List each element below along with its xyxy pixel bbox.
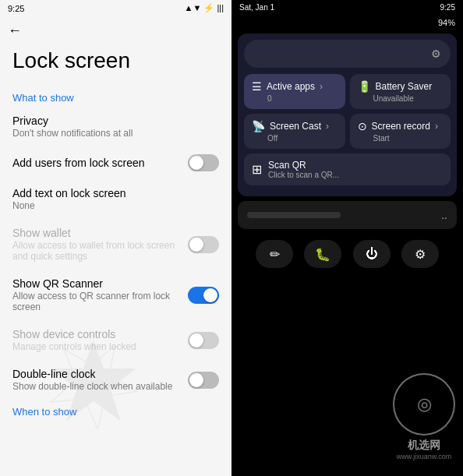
setting-show-wallet-text: Show wallet Allow access to wallet from … [12,227,180,262]
watermark-right: ◎ 机选网 www.jixuanw.com [393,373,455,460]
tile-battery-saver-title: Battery Saver [376,81,433,92]
toggle-show-qr[interactable] [188,287,219,304]
tile-active-apps-arrow: › [320,81,323,92]
scan-qr-text: Scan QR Click to scan a QR... [268,160,339,179]
power-icon: ⏻ [366,247,378,261]
scan-qr-icon: ⊞ [252,162,262,177]
tile-screen-cast[interactable]: 📡 Screen Cast › Off [244,114,345,149]
watermark-cn-text: 机选网 [393,439,455,453]
tile-active-apps-title: Active apps [267,81,315,92]
watermark-text: 机选网 www.jixuanw.com [393,439,455,460]
setting-show-wallet-label: Show wallet [12,227,180,239]
setting-show-wallet: Show wallet Allow access to wallet from … [0,219,231,270]
setting-show-qr[interactable]: Show QR Scanner Allow access to QR scann… [0,270,231,320]
toggle-double-line-clock[interactable] [188,372,219,389]
screen-cast-icon: 📡 [252,120,265,132]
setting-device-controls-label: Show device controls [12,328,180,340]
media-player: .. [238,201,457,229]
bug-icon: 🐛 [315,247,330,262]
setting-show-qr-text: Show QR Scanner Allow access to QR scann… [12,277,180,312]
pencil-button[interactable]: ✏ [256,240,293,268]
tile-screen-cast-sub: Off [252,134,338,143]
page-title: Lock screen [0,45,231,86]
setting-add-text-label: Add text on lock screen [12,187,219,199]
tile-active-apps[interactable]: ☰ Active apps › 0 [244,74,345,109]
battery-saver-icon: 🔋 [358,80,371,93]
tile-screen-cast-title: Screen Cast [270,121,321,132]
scan-qr-sub: Click to scan a QR... [268,171,339,179]
pencil-icon: ✏ [270,247,280,262]
bottom-icons: ✏ 🐛 ⏻ ⚙ [238,234,457,274]
status-bar-right: Sat, Jan 1 9:25 [231,0,463,15]
settings-icon: ⚙ [415,247,426,262]
setting-add-users-text: Add users from lock screen [12,157,180,169]
watermark-circle: ◎ [393,373,455,435]
tile-screen-record-arrow: › [435,121,438,132]
scan-qr-title: Scan QR [268,160,339,171]
tile-battery-saver-sub: Unavailable [358,94,444,103]
setting-double-line-clock[interactable]: Double-line clock Show double-line clock… [0,360,231,400]
setting-double-line-clock-sublabel: Show double-line clock when available [12,381,180,392]
setting-device-controls: Show device controls Manage controls whe… [0,320,231,360]
setting-add-users-label: Add users from lock screen [12,157,180,169]
watermark-circle-icon: ◎ [417,394,432,414]
gear-icon[interactable]: ⚙ [431,48,441,60]
media-dots: .. [441,209,447,221]
setting-add-text-sublabel: None [12,200,219,211]
setting-privacy-text: Privacy Don't show notifications at all [12,115,219,139]
tile-screen-record-title: Screen record [372,121,430,132]
setting-add-text[interactable]: Add text on lock screen None [0,179,231,219]
setting-add-users[interactable]: Add users from lock screen [0,146,231,179]
setting-double-line-clock-label: Double-line clock [12,368,180,380]
setting-privacy-sublabel: Don't show notifications at all [12,128,219,139]
toggle-device-controls [188,332,219,349]
setting-double-line-clock-text: Double-line clock Show double-line clock… [12,368,180,392]
time-left: 9:25 [8,4,24,13]
notification-panel: ⚙ ☰ Active apps › 0 🔋 Battery Saver Unav… [238,33,457,196]
setting-add-text-text: Add text on lock screen None [12,187,219,211]
section-when-to-show[interactable]: When to show [0,400,231,424]
tile-active-apps-header: ☰ Active apps › [252,80,338,93]
time-right: 9:25 [440,3,455,12]
battery-wifi-bar: 94% [231,15,463,30]
quick-tiles-grid: ☰ Active apps › 0 🔋 Battery Saver Unavai… [244,74,451,149]
back-button[interactable]: ← [0,16,231,45]
search-bar[interactable]: ⚙ [244,40,451,68]
signal-icons-left: ▲▼ ⚡ ||| [185,3,224,13]
toggle-add-users[interactable] [188,154,219,171]
tile-battery-saver-header: 🔋 Battery Saver [358,80,444,93]
tile-screen-cast-arrow: › [326,121,329,132]
battery-indicator: 94% [438,18,455,27]
left-panel: 9:25 ▲▼ ⚡ ||| ← Lock screen What to show… [0,0,231,476]
setting-privacy-label: Privacy [12,115,219,127]
setting-privacy[interactable]: Privacy Don't show notifications at all [0,107,231,146]
power-button[interactable]: ⏻ [353,240,391,268]
settings-button[interactable]: ⚙ [401,240,439,268]
tile-screen-cast-header: 📡 Screen Cast › [252,120,338,132]
bug-button[interactable]: 🐛 [304,240,341,268]
media-progress-bar [247,212,341,218]
date-right: Sat, Jan 1 [239,3,274,12]
tile-scan-qr[interactable]: ⊞ Scan QR Click to scan a QR... [244,153,451,185]
tile-screen-record-header: ⊙ Screen record › [358,120,444,132]
tile-battery-saver[interactable]: 🔋 Battery Saver Unavailable [350,74,451,109]
setting-show-wallet-sublabel: Allow access to wallet from lock screen … [12,240,180,262]
active-apps-icon: ☰ [252,80,262,93]
section-what-to-show: What to show [0,86,231,107]
setting-show-qr-sublabel: Allow access to QR scanner from lock scr… [12,291,180,312]
screen-record-icon: ⊙ [358,120,367,132]
status-bar-left: 9:25 ▲▼ ⚡ ||| [0,0,231,16]
setting-show-qr-label: Show QR Scanner [12,277,180,290]
setting-device-controls-text: Show device controls Manage controls whe… [12,328,180,352]
tile-screen-record[interactable]: ⊙ Screen record › Start [350,114,451,149]
setting-device-controls-sublabel: Manage controls when locked [12,341,180,352]
right-panel: Sat, Jan 1 9:25 94% ⚙ ☰ Active apps › 0 [231,0,463,476]
tile-screen-record-sub: Start [358,134,444,143]
toggle-show-wallet [188,236,219,253]
watermark-url-text: www.jixuanw.com [393,453,455,460]
tile-active-apps-sub: 0 [252,94,338,103]
